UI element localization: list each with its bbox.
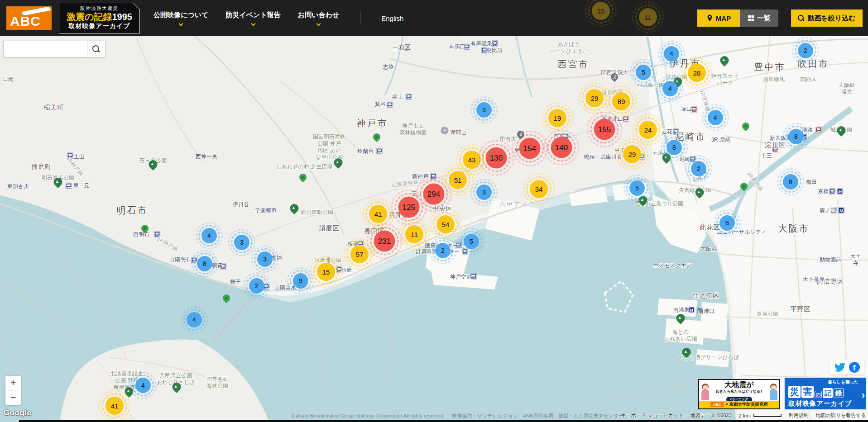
- video-cluster-marker[interactable]: 4: [187, 312, 202, 327]
- banner-elearning-footer: ABC × 京都大学防災研究所: [699, 401, 779, 408]
- facebook-icon[interactable]: f: [849, 362, 860, 373]
- video-cluster-marker[interactable]: 2: [249, 278, 264, 294]
- search-button[interactable]: [87, 41, 106, 57]
- video-cluster-marker[interactable]: 4: [664, 46, 679, 62]
- language-link[interactable]: English: [381, 14, 403, 22]
- site-title-line2: 激震の記録1995: [67, 12, 132, 22]
- park-pin-icon: [125, 387, 134, 396]
- video-cluster-marker[interactable]: 43: [463, 151, 481, 169]
- video-cluster-marker[interactable]: 140: [551, 137, 572, 158]
- video-cluster-marker[interactable]: 54: [436, 215, 455, 233]
- video-cluster-marker[interactable]: 3: [234, 235, 249, 250]
- park-pin-icon: [639, 196, 647, 204]
- banner-archive-subtitle: 取材映像アーカイブ: [788, 399, 861, 408]
- video-cluster-marker[interactable]: 155: [594, 119, 615, 140]
- abc-mini-logo: ABC: [710, 402, 724, 407]
- video-cluster-marker[interactable]: 15: [317, 263, 335, 281]
- main-nav: 公開映像について 防災イベント報告 お問い合わせ English: [153, 11, 403, 25]
- zoom-in-button[interactable]: +: [5, 376, 21, 390]
- park-pin-icon: [662, 153, 671, 162]
- station-icon: [377, 148, 383, 154]
- terms-link[interactable]: 利用規約: [789, 412, 809, 419]
- video-cluster-marker[interactable]: 125: [398, 197, 420, 218]
- video-cluster-marker[interactable]: 2: [691, 161, 706, 176]
- school-pin-icon: [611, 73, 618, 81]
- map-view-button[interactable]: MAP: [697, 9, 740, 27]
- video-cluster-marker[interactable]: 11: [639, 8, 657, 26]
- video-cluster-marker[interactable]: 8: [783, 174, 798, 190]
- video-cluster-marker[interactable]: 5: [464, 234, 479, 249]
- station-icon: [462, 249, 468, 255]
- video-cluster-marker[interactable]: 24: [639, 121, 657, 139]
- nav-item-about-videos[interactable]: 公開映像について: [153, 11, 208, 25]
- video-cluster-marker[interactable]: 4: [662, 81, 678, 96]
- station-icon: [336, 267, 342, 273]
- chevron-down-icon: [251, 22, 255, 26]
- video-cluster-marker[interactable]: 19: [548, 109, 566, 127]
- video-cluster-marker[interactable]: 57: [350, 245, 369, 263]
- video-cluster-marker[interactable]: 8: [788, 129, 804, 144]
- station-icon: [66, 183, 72, 189]
- google-logo[interactable]: Google: [4, 408, 32, 417]
- abc-logo[interactable]: ABC: [6, 6, 52, 30]
- report-map-error-link[interactable]: 地図の誤りを報告する: [816, 412, 866, 419]
- video-cluster-marker[interactable]: 5: [636, 65, 651, 80]
- station-icon: [431, 174, 436, 180]
- station-icon: [689, 307, 695, 313]
- video-cluster-marker[interactable]: 41: [369, 205, 387, 223]
- copyright-text: © Asahi Broadcasting Group Holdings Corp…: [291, 413, 445, 418]
- video-cluster-marker[interactable]: 29: [585, 89, 604, 107]
- video-cluster-marker[interactable]: 11: [405, 225, 423, 243]
- video-cluster-marker[interactable]: 3: [476, 185, 492, 200]
- video-cluster-marker[interactable]: 3: [257, 251, 273, 267]
- video-cluster-marker[interactable]: 8: [197, 256, 212, 271]
- station-icon: [464, 44, 470, 50]
- zoom-out-button[interactable]: −: [5, 391, 21, 405]
- video-cluster-marker[interactable]: 294: [423, 184, 445, 205]
- video-cluster-marker[interactable]: 130: [486, 147, 507, 169]
- map-canvas[interactable]: [0, 0, 868, 422]
- chevron-down-icon: [179, 22, 183, 26]
- video-cluster-marker[interactable]: 34: [530, 180, 548, 198]
- twitter-icon[interactable]: [834, 363, 845, 372]
- video-cluster-marker[interactable]: 2: [798, 43, 813, 58]
- site-title-line3: 取材映像アーカイブ: [67, 22, 132, 30]
- video-cluster-marker[interactable]: 231: [374, 231, 395, 252]
- station-icon: [673, 129, 679, 135]
- map-layer: 神戸市西宮市豊中市吹田市尼崎市大阪市明石市伊丹市播磨町稲美町北区中央区兵庫区長田…: [0, 0, 868, 422]
- nav-item-event-reports[interactable]: 防災イベント報告: [225, 11, 280, 25]
- banner-archive-title: 災 害 の 記 録: [788, 386, 861, 398]
- video-cluster-marker[interactable]: 4: [201, 228, 217, 243]
- grid-icon: [748, 15, 754, 21]
- video-cluster-marker[interactable]: 8: [667, 140, 682, 155]
- filter-videos-button[interactable]: 動画を絞り込む: [791, 9, 863, 27]
- list-view-button[interactable]: 一覧: [740, 9, 778, 27]
- banner-elearning[interactable]: 大地震が 起きたら私たちはどうなる? eラーニング ABC × 京都大学防災研究…: [698, 379, 780, 409]
- station-icon: [456, 242, 462, 248]
- site-title-box[interactable]: 阪神淡路大震災 激震の記録1995 取材映像アーカイブ: [59, 3, 140, 33]
- video-cluster-marker[interactable]: 4: [135, 378, 151, 393]
- station-icon: [387, 102, 393, 108]
- video-cluster-marker[interactable]: 41: [106, 397, 124, 415]
- nav-item-contact[interactable]: お問い合わせ: [298, 11, 339, 25]
- station-icon: [830, 189, 835, 194]
- video-cluster-marker[interactable]: 2: [435, 243, 451, 258]
- video-cluster-marker[interactable]: 5: [629, 180, 645, 196]
- video-cluster-marker[interactable]: 89: [612, 92, 630, 110]
- video-cluster-marker[interactable]: 6: [719, 215, 735, 231]
- station-icon: [831, 208, 837, 213]
- video-cluster-marker[interactable]: 9: [293, 273, 308, 289]
- video-cluster-marker[interactable]: 28: [688, 64, 706, 82]
- station-icon: [67, 153, 73, 159]
- park-pin-icon: [334, 158, 343, 167]
- scale-label: 2 km: [739, 413, 750, 418]
- search-input[interactable]: [3, 41, 87, 57]
- video-cluster-marker[interactable]: 51: [449, 171, 467, 189]
- video-cluster-marker[interactable]: 15: [592, 2, 610, 20]
- banner-disaster-archive[interactable]: 暮らしを襲った 災 害 の 記 録 取材映像アーカイブ ›: [784, 377, 866, 410]
- video-cluster-marker[interactable]: 3: [476, 102, 492, 118]
- park-pin-icon: [720, 56, 729, 65]
- video-cluster-marker[interactable]: 4: [708, 110, 723, 125]
- video-cluster-marker[interactable]: 154: [519, 138, 541, 159]
- video-cluster-marker[interactable]: 29: [623, 145, 641, 163]
